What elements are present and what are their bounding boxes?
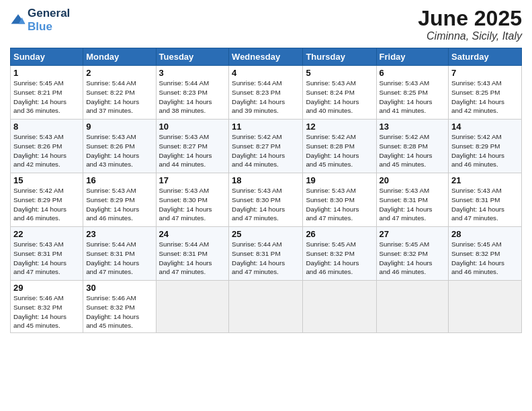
calendar-cell: 29Sunrise: 5:46 AM Sunset: 8:32 PM Dayli… — [11, 281, 83, 333]
day-info: Sunrise: 5:42 AM Sunset: 8:28 PM Dayligh… — [380, 132, 446, 169]
calendar-cell: 5Sunrise: 5:43 AM Sunset: 8:24 PM Daylig… — [303, 66, 376, 120]
month-title: June 2025 — [418, 7, 522, 30]
calendar-cell: 10Sunrise: 5:43 AM Sunset: 8:27 PM Dayli… — [156, 120, 229, 173]
day-number: 13 — [380, 122, 446, 132]
day-number: 29 — [13, 283, 80, 293]
logo: General Blue — [10, 7, 70, 33]
day-number: 6 — [380, 68, 446, 78]
day-info: Sunrise: 5:42 AM Sunset: 8:28 PM Dayligh… — [306, 132, 373, 169]
day-info: Sunrise: 5:43 AM Sunset: 8:24 PM Dayligh… — [306, 79, 373, 116]
day-number: 10 — [159, 122, 226, 132]
calendar-cell: 20Sunrise: 5:43 AM Sunset: 8:31 PM Dayli… — [376, 173, 449, 227]
day-info: Sunrise: 5:45 AM Sunset: 8:32 PM Dayligh… — [451, 240, 519, 277]
day-number: 22 — [13, 229, 80, 239]
day-info: Sunrise: 5:43 AM Sunset: 8:27 PM Dayligh… — [159, 132, 226, 169]
weekday-header-wednesday: Wednesday — [229, 48, 303, 66]
calendar-cell: 13Sunrise: 5:42 AM Sunset: 8:28 PM Dayli… — [376, 120, 449, 173]
day-number: 16 — [86, 175, 152, 185]
day-info: Sunrise: 5:43 AM Sunset: 8:29 PM Dayligh… — [86, 186, 152, 223]
calendar-cell — [449, 281, 522, 333]
calendar-cell: 28Sunrise: 5:45 AM Sunset: 8:32 PM Dayli… — [449, 227, 522, 281]
day-info: Sunrise: 5:43 AM Sunset: 8:30 PM Dayligh… — [232, 186, 300, 223]
calendar-cell: 14Sunrise: 5:42 AM Sunset: 8:29 PM Dayli… — [449, 120, 522, 173]
day-number: 9 — [86, 122, 152, 132]
day-info: Sunrise: 5:44 AM Sunset: 8:31 PM Dayligh… — [159, 240, 226, 277]
calendar-cell: 21Sunrise: 5:43 AM Sunset: 8:31 PM Dayli… — [449, 173, 522, 227]
day-number: 5 — [306, 68, 373, 78]
calendar-cell: 23Sunrise: 5:44 AM Sunset: 8:31 PM Dayli… — [83, 227, 156, 281]
calendar-table: SundayMondayTuesdayWednesdayThursdayFrid… — [10, 48, 522, 333]
day-info: Sunrise: 5:44 AM Sunset: 8:23 PM Dayligh… — [159, 79, 226, 116]
day-info: Sunrise: 5:45 AM Sunset: 8:32 PM Dayligh… — [306, 240, 373, 277]
day-number: 24 — [159, 229, 226, 239]
day-info: Sunrise: 5:43 AM Sunset: 8:26 PM Dayligh… — [86, 132, 152, 169]
calendar-cell: 22Sunrise: 5:43 AM Sunset: 8:31 PM Dayli… — [11, 227, 83, 281]
calendar-cell: 27Sunrise: 5:45 AM Sunset: 8:32 PM Dayli… — [376, 227, 449, 281]
day-number: 25 — [232, 229, 300, 239]
day-number: 28 — [451, 229, 519, 239]
day-number: 27 — [380, 229, 446, 239]
calendar-cell: 25Sunrise: 5:44 AM Sunset: 8:31 PM Dayli… — [229, 227, 303, 281]
calendar-cell — [376, 281, 449, 333]
day-info: Sunrise: 5:43 AM Sunset: 8:26 PM Dayligh… — [13, 132, 80, 169]
day-number: 20 — [380, 175, 446, 185]
day-number: 8 — [13, 122, 80, 132]
day-number: 26 — [306, 229, 373, 239]
day-number: 12 — [306, 122, 373, 132]
day-number: 15 — [13, 175, 80, 185]
calendar-cell: 26Sunrise: 5:45 AM Sunset: 8:32 PM Dayli… — [303, 227, 376, 281]
calendar-cell: 4Sunrise: 5:44 AM Sunset: 8:23 PM Daylig… — [229, 66, 303, 120]
weekday-header-monday: Monday — [83, 48, 156, 66]
calendar-cell: 15Sunrise: 5:42 AM Sunset: 8:29 PM Dayli… — [11, 173, 83, 227]
day-info: Sunrise: 5:43 AM Sunset: 8:25 PM Dayligh… — [380, 79, 446, 116]
weekday-header-sunday: Sunday — [11, 48, 83, 66]
calendar-cell: 9Sunrise: 5:43 AM Sunset: 8:26 PM Daylig… — [83, 120, 156, 173]
calendar-cell: 1Sunrise: 5:45 AM Sunset: 8:21 PM Daylig… — [11, 66, 83, 120]
location-title: Ciminna, Sicily, Italy — [418, 30, 522, 42]
calendar-cell: 30Sunrise: 5:46 AM Sunset: 8:32 PM Dayli… — [83, 281, 156, 333]
calendar-cell: 7Sunrise: 5:43 AM Sunset: 8:25 PM Daylig… — [449, 66, 522, 120]
logo-icon — [10, 12, 26, 28]
calendar-cell: 24Sunrise: 5:44 AM Sunset: 8:31 PM Dayli… — [156, 227, 229, 281]
day-info: Sunrise: 5:43 AM Sunset: 8:31 PM Dayligh… — [451, 186, 519, 223]
day-info: Sunrise: 5:45 AM Sunset: 8:21 PM Dayligh… — [13, 79, 80, 116]
calendar-cell: 2Sunrise: 5:44 AM Sunset: 8:22 PM Daylig… — [83, 66, 156, 120]
calendar-cell — [303, 281, 376, 333]
title-area: June 2025 Ciminna, Sicily, Italy — [418, 7, 522, 42]
calendar-cell: 16Sunrise: 5:43 AM Sunset: 8:29 PM Dayli… — [83, 173, 156, 227]
weekday-header-tuesday: Tuesday — [156, 48, 229, 66]
day-info: Sunrise: 5:43 AM Sunset: 8:25 PM Dayligh… — [451, 79, 519, 116]
day-number: 3 — [159, 68, 226, 78]
day-number: 14 — [451, 122, 519, 132]
day-number: 23 — [86, 229, 152, 239]
day-number: 17 — [159, 175, 226, 185]
calendar-cell: 17Sunrise: 5:43 AM Sunset: 8:30 PM Dayli… — [156, 173, 229, 227]
calendar-cell: 12Sunrise: 5:42 AM Sunset: 8:28 PM Dayli… — [303, 120, 376, 173]
day-number: 7 — [451, 68, 519, 78]
day-info: Sunrise: 5:43 AM Sunset: 8:30 PM Dayligh… — [306, 186, 373, 223]
day-number: 2 — [86, 68, 152, 78]
day-info: Sunrise: 5:44 AM Sunset: 8:31 PM Dayligh… — [232, 240, 300, 277]
logo-text: General Blue — [28, 7, 70, 33]
day-number: 19 — [306, 175, 373, 185]
weekday-header-friday: Friday — [376, 48, 449, 66]
day-info: Sunrise: 5:44 AM Sunset: 8:22 PM Dayligh… — [86, 79, 152, 116]
calendar-cell: 19Sunrise: 5:43 AM Sunset: 8:30 PM Dayli… — [303, 173, 376, 227]
calendar-cell: 18Sunrise: 5:43 AM Sunset: 8:30 PM Dayli… — [229, 173, 303, 227]
calendar-cell: 3Sunrise: 5:44 AM Sunset: 8:23 PM Daylig… — [156, 66, 229, 120]
calendar-cell: 11Sunrise: 5:42 AM Sunset: 8:27 PM Dayli… — [229, 120, 303, 173]
weekday-header-saturday: Saturday — [449, 48, 522, 66]
day-info: Sunrise: 5:43 AM Sunset: 8:31 PM Dayligh… — [13, 240, 80, 277]
day-info: Sunrise: 5:46 AM Sunset: 8:32 PM Dayligh… — [13, 293, 80, 330]
day-info: Sunrise: 5:42 AM Sunset: 8:27 PM Dayligh… — [232, 132, 300, 169]
day-info: Sunrise: 5:42 AM Sunset: 8:29 PM Dayligh… — [13, 186, 80, 223]
day-number: 30 — [86, 283, 152, 293]
day-info: Sunrise: 5:42 AM Sunset: 8:29 PM Dayligh… — [451, 132, 519, 169]
day-info: Sunrise: 5:44 AM Sunset: 8:23 PM Dayligh… — [232, 79, 300, 116]
day-number: 1 — [13, 68, 80, 78]
day-info: Sunrise: 5:43 AM Sunset: 8:31 PM Dayligh… — [380, 186, 446, 223]
calendar-cell — [156, 281, 229, 333]
day-number: 18 — [232, 175, 300, 185]
calendar-cell: 8Sunrise: 5:43 AM Sunset: 8:26 PM Daylig… — [11, 120, 83, 173]
day-number: 4 — [232, 68, 300, 78]
